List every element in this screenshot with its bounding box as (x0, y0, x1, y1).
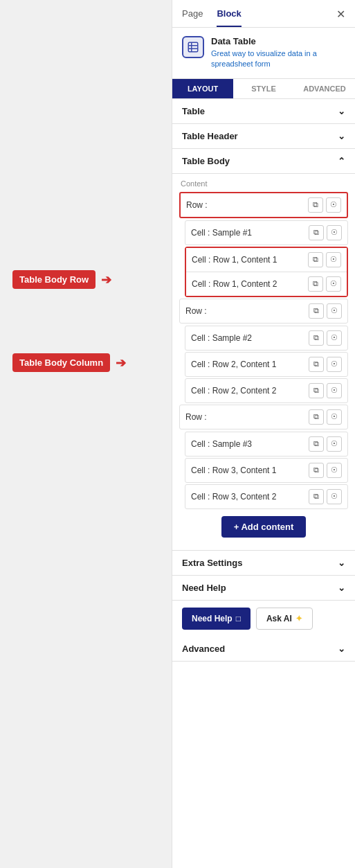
block-title: Data Table (211, 36, 345, 46)
section-table[interactable]: Table ⌄ (172, 99, 355, 124)
row-item-3[interactable]: Row : ⧉ ☉ (179, 405, 348, 429)
copy-cell-1-sample-button[interactable]: ⧉ (309, 225, 324, 240)
svg-rect-0 (188, 42, 198, 52)
copy-cell-3-sample-button[interactable]: ⧉ (309, 436, 324, 452)
row-item-2[interactable]: Row : ⧉ ☉ (179, 299, 348, 324)
cell-2-sample-label: Cell : Sample #2 (191, 333, 309, 343)
row-1-label: Row : (186, 200, 308, 210)
cell-1-sample-label: Cell : Sample #1 (191, 228, 309, 238)
chevron-down-icon-5: ⌄ (338, 644, 345, 654)
tab-page[interactable]: Page (182, 8, 203, 27)
section-table-body-header[interactable]: Table Body ⌃ (172, 149, 355, 174)
table-body-content: Content Row : ⧉ ☉ Cell : Sample #1 ⧉ ☉ (172, 174, 355, 550)
close-button[interactable]: ✕ (336, 9, 345, 27)
delete-cell-1-sample-button[interactable]: ☉ (327, 225, 342, 240)
block-text: Data Table Great way to visualize data i… (211, 36, 345, 70)
tabs-bar: Page Block ✕ (172, 0, 355, 28)
delete-cell-3-sample-button[interactable]: ☉ (327, 436, 342, 452)
table-body-column-annotation: Table Body Column ➔ (12, 353, 126, 372)
section-table-header[interactable]: Table Header ⌄ (172, 124, 355, 149)
cell-1-content-1-actions: ⧉ ☉ (308, 252, 341, 267)
copy-row-1-button[interactable]: ⧉ (308, 197, 323, 213)
row-group-2: Row : ⧉ ☉ Cell : Sample #2 ⧉ ☉ Cell : Ro… (179, 299, 348, 403)
cell-3-content-2-actions: ⧉ ☉ (309, 489, 342, 504)
need-help-label: Need Help (192, 614, 233, 623)
cell-1-sample[interactable]: Cell : Sample #1 ⧉ ☉ (185, 220, 348, 245)
ask-ai-button[interactable]: Ask AI ✦ (256, 608, 313, 630)
cell-3-sample[interactable]: Cell : Sample #3 ⧉ ☉ (185, 432, 348, 457)
copy-cell-1c1-button[interactable]: ⧉ (308, 252, 323, 267)
section-table-label: Table (182, 106, 205, 116)
row-item-1[interactable]: Row : ⧉ ☉ (179, 192, 348, 218)
copy-cell-2c2-button[interactable]: ⧉ (309, 383, 324, 398)
tab-block[interactable]: Block (217, 8, 241, 27)
cell-2-content-2-actions: ⧉ ☉ (309, 383, 342, 398)
need-help-button[interactable]: Need Help □ (182, 608, 251, 630)
chevron-down-icon-2: ⌄ (338, 131, 345, 141)
copy-row-2-button[interactable]: ⧉ (309, 303, 324, 319)
cell-3-content-1-label: Cell : Row 3, Content 1 (191, 466, 309, 475)
cell-2-content-1[interactable]: Cell : Row 2, Content 1 ⧉ ☉ (185, 352, 348, 377)
delete-row-3-button[interactable]: ☉ (327, 409, 342, 425)
star-icon: ✦ (295, 614, 302, 623)
copy-cell-2-sample-button[interactable]: ⧉ (309, 330, 324, 346)
row-group-1: Row : ⧉ ☉ Cell : Sample #1 ⧉ ☉ (179, 192, 348, 297)
bottom-buttons: Need Help □ Ask AI ✦ (172, 601, 355, 637)
row-3-actions: ⧉ ☉ (309, 409, 342, 425)
content-label: Content (179, 179, 348, 188)
add-content-container: + Add content (179, 516, 348, 538)
sub-tab-style[interactable]: STYLE (233, 79, 294, 98)
section-advanced[interactable]: Advanced ⌄ (172, 637, 355, 662)
chevron-down-icon-3: ⌄ (338, 558, 345, 568)
chevron-down-icon-4: ⌄ (338, 583, 345, 593)
copy-cell-3c2-button[interactable]: ⧉ (309, 489, 324, 504)
cell-1-content-2[interactable]: Cell : Row 1, Content 2 ⧉ ☉ (186, 272, 347, 296)
cell-2-sample-actions: ⧉ ☉ (309, 330, 342, 346)
cell-2-content-2[interactable]: Cell : Row 2, Content 2 ⧉ ☉ (185, 378, 348, 403)
table-body-row-badge: Table Body Row (12, 270, 95, 289)
arrow-right-icon-2: ➔ (116, 355, 126, 371)
delete-cell-1c1-button[interactable]: ☉ (326, 252, 341, 267)
sub-tab-advanced[interactable]: ADVANCED (294, 79, 355, 98)
copy-cell-1c2-button[interactable]: ⧉ (308, 276, 323, 292)
column-highlight-group: Cell : Row 1, Content 1 ⧉ ☉ Cell : Row 1… (185, 247, 348, 297)
cell-2-content-2-label: Cell : Row 2, Content 2 (191, 386, 309, 396)
copy-cell-3c1-button[interactable]: ⧉ (309, 463, 324, 478)
cell-2-sample[interactable]: Cell : Sample #2 ⧉ ☉ (185, 326, 348, 351)
cell-1-content-1-label: Cell : Row 1, Content 1 (192, 255, 308, 265)
chevron-down-icon: ⌄ (338, 106, 345, 116)
copy-row-3-button[interactable]: ⧉ (309, 409, 324, 425)
row-2-actions: ⧉ ☉ (309, 303, 342, 319)
cell-3-content-2-label: Cell : Row 3, Content 2 (191, 492, 309, 502)
section-need-help[interactable]: Need Help ⌄ (172, 576, 355, 601)
sub-tab-layout[interactable]: LAYOUT (172, 79, 233, 98)
section-table-body-label: Table Body (182, 156, 230, 166)
row-1-actions: ⧉ ☉ (308, 197, 341, 213)
left-annotation-panel: Table Body Row ➔ Table Body Column ➔ (0, 0, 172, 868)
add-content-button[interactable]: + Add content (221, 516, 307, 538)
block-description: Great way to visualize data in a spreads… (211, 48, 345, 70)
data-table-icon (182, 36, 204, 58)
delete-row-1-button[interactable]: ☉ (326, 197, 341, 213)
delete-cell-1c2-button[interactable]: ☉ (326, 276, 341, 292)
section-advanced-label: Advanced (182, 644, 225, 654)
cell-1-content-1[interactable]: Cell : Row 1, Content 1 ⧉ ☉ (186, 248, 347, 272)
section-table-header-label: Table Header (182, 131, 238, 141)
cell-3-content-1[interactable]: Cell : Row 3, Content 1 ⧉ ☉ (185, 458, 348, 483)
section-extra-settings[interactable]: Extra Settings ⌄ (172, 551, 355, 576)
cell-2-content-1-label: Cell : Row 2, Content 1 (191, 360, 309, 369)
copy-cell-2c1-button[interactable]: ⧉ (309, 357, 324, 372)
delete-cell-2c2-button[interactable]: ☉ (327, 383, 342, 398)
table-body-row-annotation: Table Body Row ➔ (12, 270, 111, 289)
delete-cell-2-sample-button[interactable]: ☉ (327, 330, 342, 346)
delete-cell-2c1-button[interactable]: ☉ (327, 357, 342, 372)
cell-1-content-2-actions: ⧉ ☉ (308, 276, 341, 292)
delete-cell-3c1-button[interactable]: ☉ (327, 463, 342, 478)
table-body-column-badge: Table Body Column (12, 353, 110, 372)
cell-3-content-2[interactable]: Cell : Row 3, Content 2 ⧉ ☉ (185, 484, 348, 509)
delete-row-2-button[interactable]: ☉ (327, 303, 342, 319)
delete-cell-3c2-button[interactable]: ☉ (327, 489, 342, 504)
cell-3-content-1-actions: ⧉ ☉ (309, 463, 342, 478)
section-need-help-label: Need Help (182, 583, 226, 593)
section-extra-settings-label: Extra Settings (182, 558, 242, 568)
